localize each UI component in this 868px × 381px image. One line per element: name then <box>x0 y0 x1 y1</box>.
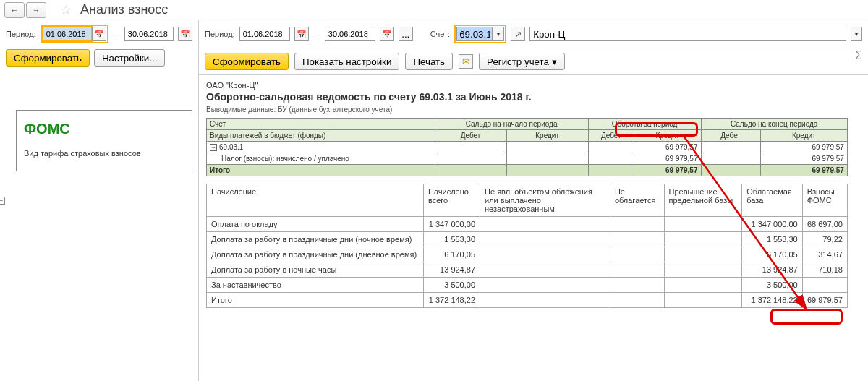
calendar-icon[interactable]: 📅 <box>92 27 106 41</box>
calc-row[interactable]: Оплата по окладу1 347 000,001 347 000,00… <box>207 217 848 232</box>
nav-fwd-button[interactable]: → <box>26 2 46 18</box>
action-bar: Сформировать Показать настройки Печать ✉… <box>199 48 868 75</box>
col-saldo-start: Сальдо на начало периода <box>435 119 588 130</box>
calc-row[interactable]: За наставничество3 500,003 500,00 <box>207 278 848 293</box>
favorite-icon[interactable]: ☆ <box>60 2 72 18</box>
page-title: Анализ взносc <box>80 2 168 17</box>
osv-row[interactable]: Налог (взносы): начислено / уплачено 69 … <box>207 153 848 165</box>
nav-back-button[interactable]: ← <box>4 2 25 18</box>
h-notax: Не облагается <box>610 184 664 217</box>
r-date-from[interactable] <box>239 27 290 41</box>
form-button[interactable]: Сформировать <box>6 49 90 67</box>
left-pane: Период: 📅 – 📅 Сформировать Настройки... … <box>0 20 199 381</box>
org-name: ОАО "Крон-Ц" <box>206 81 861 90</box>
calc-row[interactable]: Доплата за работу в праздничные дни (ноч… <box>207 232 848 247</box>
calendar-icon[interactable]: 📅 <box>380 27 394 41</box>
report-toolbar: Период: 📅 – 📅 ... Счет: ▾ ↗ ▾ <box>199 20 868 48</box>
top-toolbar: ← → ☆ Анализ взносc <box>0 0 868 20</box>
h-base: Облагаемая база <box>742 184 802 217</box>
form-button[interactable]: Сформировать <box>205 53 289 70</box>
org-dropdown-icon[interactable]: ▾ <box>851 27 862 41</box>
foms-title: ФОМС <box>24 121 184 137</box>
calendar-icon[interactable]: 📅 <box>178 27 192 41</box>
account-input[interactable] <box>456 27 493 41</box>
date-to-input[interactable] <box>124 27 174 41</box>
print-button[interactable]: Печать <box>405 53 453 70</box>
h-foms: Взносы ФОМС <box>802 184 847 217</box>
r-date-to[interactable] <box>325 27 375 41</box>
register-button[interactable]: Регистр учета ▾ <box>479 53 565 70</box>
period-picker-button[interactable]: ... <box>399 27 413 41</box>
h-nach: Начисление <box>207 184 424 217</box>
date-from-input[interactable] <box>43 27 92 41</box>
calc-row[interactable]: Доплата за работу в ночные часы13 924,87… <box>207 262 848 278</box>
account-label: Счет: <box>430 30 450 38</box>
annotation-box-2 <box>770 309 843 325</box>
h-notobj: Не явл. объектом обложения или выплачено… <box>480 184 610 217</box>
collapse-icon[interactable]: − <box>210 144 217 151</box>
calc-row[interactable]: Доплата за работу в праздничные дни (дне… <box>207 247 848 262</box>
right-pane: Σ Период: 📅 – 📅 ... Счет: ▾ ↗ ▾ Сформиро… <box>199 20 868 381</box>
col-sub: Виды платежей в бюджет (фонды) <box>207 130 435 142</box>
mail-icon[interactable]: ✉ <box>459 54 473 69</box>
calc-total-row: Итого 1 372 148,22 1 372 148,22 69 979,5… <box>207 293 848 308</box>
report-title: Оборотно-сальдовая ведомость по счету 69… <box>206 91 861 103</box>
show-settings-button[interactable]: Показать настройки <box>294 53 399 70</box>
calc-table: Начисление Начислено всего Не явл. объек… <box>206 184 848 308</box>
calendar-icon[interactable]: 📅 <box>294 27 309 41</box>
settings-button[interactable]: Настройки... <box>94 49 165 67</box>
foms-subtitle: Вид тарифа страховых взносов <box>24 149 184 158</box>
account-open-button[interactable]: ↗ <box>511 27 525 41</box>
sigma-icon[interactable]: Σ <box>855 49 862 62</box>
osv-table: Счет Сальдо на начало периода Обороты за… <box>206 118 848 176</box>
report-subtitle: Выводимые данные: БУ (данные бухгалтерск… <box>206 106 861 114</box>
osv-row[interactable]: −69.03.1 69 979,57 69 979,57 <box>207 142 848 153</box>
osv-total-row: Итого 69 979,57 69 979,57 <box>207 165 848 176</box>
col-turnover: Обороты за период <box>588 119 701 130</box>
col-account: Счет <box>207 119 435 130</box>
tree-collapse-icon[interactable]: − <box>0 197 5 205</box>
report-body: ОАО "Крон-Ц" Оборотно-сальдовая ведомост… <box>199 75 868 381</box>
period-label: Период: <box>205 30 235 38</box>
foms-panel: ФОМС Вид тарифа страховых взносов <box>16 110 192 171</box>
account-dropdown-icon[interactable]: ▾ <box>493 27 504 41</box>
org-input[interactable] <box>529 27 846 41</box>
h-total: Начислено всего <box>424 184 480 217</box>
h-excess: Превышение предельной базы <box>664 184 742 217</box>
period-label: Период: <box>6 30 36 38</box>
col-saldo-end: Сальдо на конец периода <box>701 119 847 130</box>
